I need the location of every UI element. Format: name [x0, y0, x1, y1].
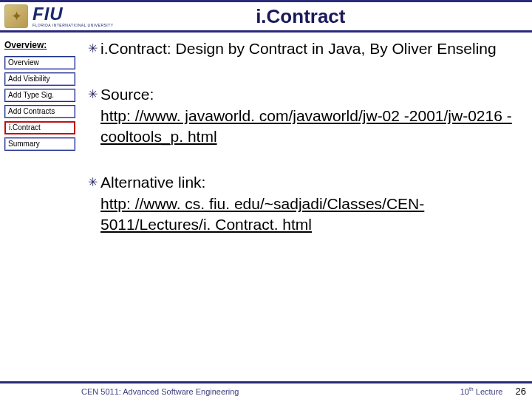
- fiu-fullname: FLORIDA INTERNATIONAL UNIVERSITY: [33, 23, 114, 27]
- bullet-2: ✳Alternative link: http: //www. cs. fiu.…: [84, 172, 519, 235]
- header: ✦ FIU FLORIDA INTERNATIONAL UNIVERSITY i…: [0, 0, 532, 33]
- bullet-text: Alternative link: http: //www. cs. fiu. …: [100, 172, 519, 235]
- footer: CEN 5011: Advanced Software Engineering …: [0, 381, 532, 399]
- bullet-icon: ✳: [84, 172, 100, 235]
- nav-item-i-contract[interactable]: i.Contract: [4, 121, 75, 134]
- body: Overview: OverviewAdd VisibilityAdd Type…: [0, 33, 532, 381]
- bullet-icon: ✳: [84, 84, 100, 147]
- nav-item-add-type-sig-[interactable]: Add Type Sig.: [4, 89, 75, 102]
- seal-glyph: ✦: [11, 8, 22, 24]
- fiu-logo-text: FIU FLORIDA INTERNATIONAL UNIVERSITY: [33, 5, 114, 27]
- sidebar-heading: Overview:: [4, 40, 75, 50]
- footer-course: CEN 5011: Advanced Software Engineering: [81, 387, 239, 396]
- seal-logo: ✦: [4, 4, 28, 28]
- slide-title: i.Contract: [114, 5, 532, 28]
- link[interactable]: http: //www. cs. fiu. edu/~sadjadi/Class…: [100, 195, 424, 233]
- nav-item-add-visibility[interactable]: Add Visibility: [4, 72, 75, 86]
- bullet-text: i.Contract: Design by Contract in Java, …: [100, 38, 497, 59]
- page-number: 26: [516, 386, 526, 397]
- fiu-acronym: FIU: [33, 5, 114, 23]
- bullet-text: Source: http: //www. javaworld. com/java…: [100, 84, 519, 147]
- nav-item-overview[interactable]: Overview: [4, 56, 75, 69]
- nav-item-summary[interactable]: Summary: [4, 137, 75, 151]
- link[interactable]: http: //www. javaworld. com/javaworld/jw…: [100, 107, 512, 145]
- bullet-icon: ✳: [84, 38, 100, 59]
- bullet-0: ✳i.Contract: Design by Contract in Java,…: [84, 38, 519, 59]
- nav-item-add-contracts[interactable]: Add Contracts: [4, 105, 75, 118]
- footer-lecture: 10th Lecture 26: [460, 386, 526, 397]
- content-area: ✳i.Contract: Design by Contract in Java,…: [80, 33, 532, 381]
- sidebar: Overview: OverviewAdd VisibilityAdd Type…: [0, 33, 80, 381]
- bullet-1: ✳Source: http: //www. javaworld. com/jav…: [84, 84, 519, 147]
